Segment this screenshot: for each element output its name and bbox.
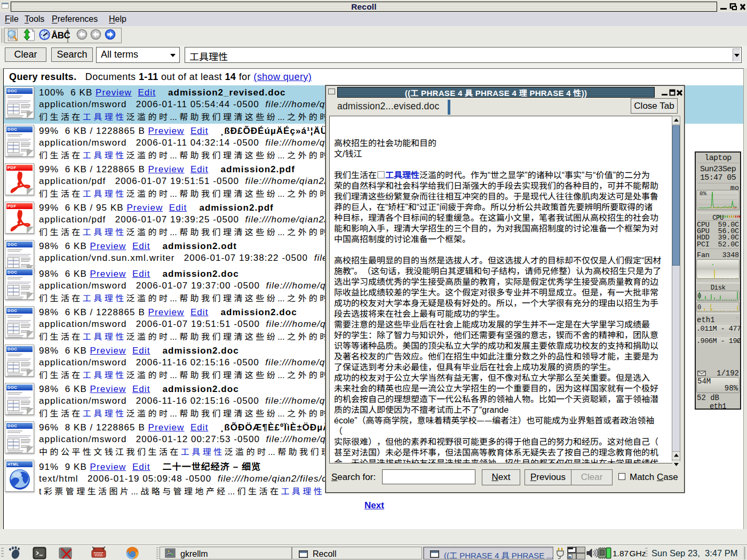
svg-text:0: 0 — [697, 293, 701, 300]
svg-text:ÅBĈ: ÅBĈ — [51, 30, 70, 41]
svg-text:0: 0 — [697, 304, 701, 311]
svg-text:0%: 0% — [700, 190, 706, 197]
